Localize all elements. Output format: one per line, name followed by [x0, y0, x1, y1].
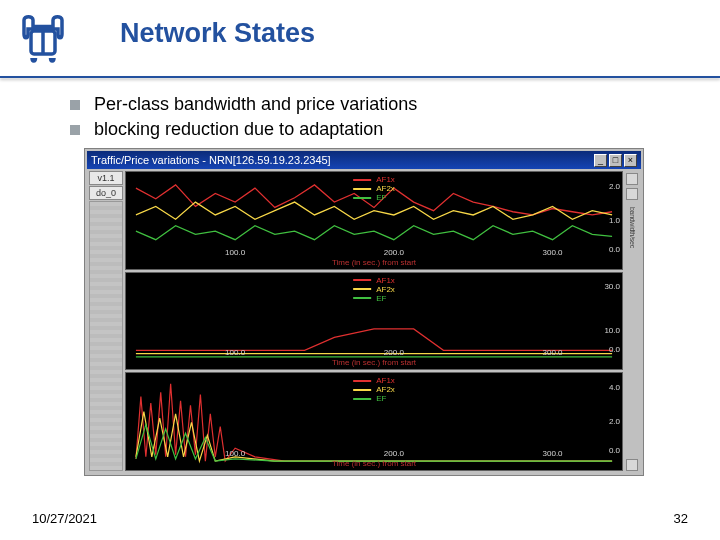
legend-label: EF: [376, 193, 386, 202]
bullet-item: Per-class bandwidth and price variations: [70, 94, 417, 115]
x-tick: 200.0: [384, 248, 404, 257]
y-tick: 2.0: [609, 182, 620, 191]
y-tick: 10.0: [604, 326, 620, 335]
bullet-icon: [70, 125, 80, 135]
legend-swatch: [353, 279, 371, 281]
maximize-button[interactable]: □: [609, 154, 622, 167]
title-divider: [0, 76, 720, 78]
bullet-item: blocking reduction due to adaptation: [70, 119, 417, 140]
legend-swatch: [353, 398, 371, 400]
y-tick: 30.0: [604, 282, 620, 291]
y-tick: 1.0: [609, 216, 620, 225]
plot-middle: AF1x AF2x EF 30.0 10.0 0.0 100.0 200.0 3…: [125, 272, 623, 371]
x-tick: 100.0: [225, 248, 245, 257]
left-ctl[interactable]: v1.1: [89, 171, 123, 185]
legend-swatch: [353, 297, 371, 299]
legend-swatch: [353, 179, 371, 181]
right-ctl-button[interactable]: [626, 459, 638, 471]
x-axis-label: Time (in sec.) from start: [332, 358, 416, 367]
footer-page-number: 32: [674, 511, 688, 526]
legend-swatch: [353, 288, 371, 290]
legend-label: EF: [376, 294, 386, 303]
left-ctl[interactable]: do_0: [89, 186, 123, 200]
legend-swatch: [353, 380, 371, 382]
right-ctl-button[interactable]: [626, 188, 638, 200]
right-sidebar: bandwidth/sec: [625, 171, 639, 471]
y-tick: 0.0: [609, 345, 620, 354]
minimize-button[interactable]: _: [594, 154, 607, 167]
embedded-chart-window: Traffic/Price variations - NRN[126.59.19…: [84, 148, 644, 476]
plot-top: AF1x AF2x EF 2.0 1.0 0.0 100.0 200.0 300…: [125, 171, 623, 270]
x-axis-label: Time (in sec.) from start: [332, 459, 416, 468]
y-tick: 0.0: [609, 245, 620, 254]
x-tick: 300.0: [543, 449, 563, 458]
legend-label: AF2x: [376, 385, 395, 394]
x-tick: 100.0: [225, 449, 245, 458]
legend-label: EF: [376, 394, 386, 403]
x-tick: 100.0: [225, 348, 245, 357]
legend-label: AF1x: [376, 175, 395, 184]
legend-swatch: [353, 389, 371, 391]
y-tick: 0.0: [609, 446, 620, 455]
plot-legend: AF1x AF2x EF: [353, 175, 395, 202]
footer-date: 10/27/2021: [32, 511, 97, 526]
plot-legend: AF1x AF2x EF: [353, 376, 395, 403]
legend-swatch: [353, 197, 371, 199]
window-title-text: Traffic/Price variations - NRN[126.59.19…: [91, 154, 331, 166]
x-tick: 200.0: [384, 348, 404, 357]
legend-label: AF1x: [376, 276, 395, 285]
x-tick: 300.0: [543, 248, 563, 257]
close-button[interactable]: ×: [624, 154, 637, 167]
slide-title: Network States: [120, 18, 315, 49]
y-tick: 2.0: [609, 417, 620, 426]
right-ctl-button[interactable]: [626, 173, 638, 185]
x-tick: 200.0: [384, 449, 404, 458]
organization-logo: [18, 14, 68, 64]
legend-label: AF2x: [376, 184, 395, 193]
left-filler: [89, 201, 123, 471]
bullet-icon: [70, 100, 80, 110]
legend-swatch: [353, 188, 371, 190]
window-body: v1.1 do_0 AF1x AF2x EF: [87, 169, 641, 473]
window-titlebar[interactable]: Traffic/Price variations - NRN[126.59.19…: [87, 151, 641, 169]
legend-label: AF1x: [376, 376, 395, 385]
slide: Network States Per-class bandwidth and p…: [0, 0, 720, 540]
bullet-text: blocking reduction due to adaptation: [94, 119, 383, 140]
y-tick: 4.0: [609, 383, 620, 392]
bullet-text: Per-class bandwidth and price variations: [94, 94, 417, 115]
plot-bottom: AF1x AF2x EF 4.0 2.0 0.0 100.0 200.0 300…: [125, 372, 623, 471]
plot-stack: AF1x AF2x EF 2.0 1.0 0.0 100.0 200.0 300…: [125, 171, 623, 471]
bullet-list: Per-class bandwidth and price variations…: [70, 94, 417, 144]
plot-legend: AF1x AF2x EF: [353, 276, 395, 303]
legend-label: AF2x: [376, 285, 395, 294]
left-sidebar: v1.1 do_0: [89, 171, 123, 471]
x-axis-label: Time (in sec.) from start: [332, 258, 416, 267]
x-tick: 300.0: [543, 348, 563, 357]
right-vertical-label: bandwidth/sec: [629, 207, 636, 248]
